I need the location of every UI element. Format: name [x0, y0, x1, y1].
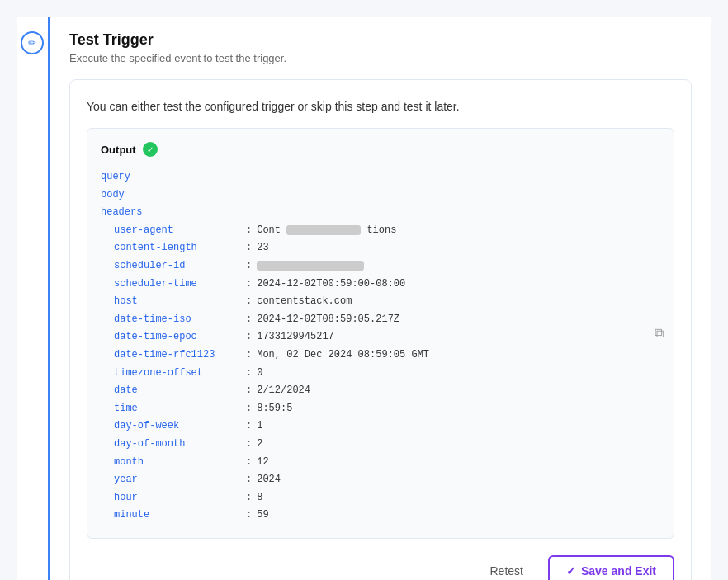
field-content-length: content-length : 23 [101, 239, 660, 257]
output-content: query body headers user-agent : Cont tio… [101, 168, 660, 525]
save-check-icon: ✓ [566, 564, 576, 578]
field-time: time : 8:59:5 [101, 400, 660, 418]
success-check-icon: ✓ [143, 142, 158, 157]
field-date: date : 2/12/2024 [101, 382, 660, 400]
main-card: You can either test the configured trigg… [69, 79, 692, 580]
field-day-of-month: day-of-month : 2 [101, 436, 660, 454]
edit-icon: ✏ [28, 37, 36, 49]
save-exit-button[interactable]: ✓ Save and Exit [548, 555, 674, 580]
key-headers: headers [101, 204, 660, 222]
field-minute: minute : 59 [101, 507, 660, 525]
copy-icon[interactable]: ⧉ [655, 326, 664, 341]
key-query: query [101, 168, 660, 186]
field-host: host : contentstack.com [101, 293, 660, 311]
field-date-time-iso: date-time-iso : 2024-12-02T08:59:05.217Z [101, 311, 660, 329]
field-user-agent: user-agent : Cont tions [101, 222, 660, 240]
sidebar-step-icon: ✏ [21, 31, 44, 54]
page-subtitle: Execute the specified event to test the … [69, 52, 692, 64]
field-scheduler-time: scheduler-time : 2024-12-02T00:59:00-08:… [101, 276, 660, 294]
save-exit-label: Save and Exit [581, 564, 656, 578]
field-year: year : 2024 [101, 471, 660, 489]
field-timezone-offset: timezone-offset : 0 [101, 365, 660, 383]
field-hour: hour : 8 [101, 489, 660, 507]
field-date-time-epoc: date-time-epoc : 1733129945217 [101, 328, 660, 347]
field-date-time-rfc1123: date-time-rfc1123 : Mon, 02 Dec 2024 08:… [101, 347, 660, 365]
field-month: month : 12 [101, 454, 660, 472]
sidebar: ✏ [17, 17, 50, 580]
field-day-of-week: day-of-week : 1 [101, 417, 660, 436]
output-section: Output ✓ ⧉ query body headers [87, 128, 674, 539]
main-content: Test Trigger Execute the specified event… [50, 17, 711, 580]
field-scheduler-id: scheduler-id : [101, 257, 660, 276]
output-label: Output [101, 144, 136, 156]
footer-row: Retest ✓ Save and Exit [87, 555, 674, 580]
page-title: Test Trigger [69, 31, 692, 49]
retest-button[interactable]: Retest [476, 558, 536, 580]
key-body: body [101, 186, 660, 205]
output-label-row: Output ✓ [101, 142, 660, 157]
card-description: You can either test the configured trigg… [87, 100, 674, 113]
